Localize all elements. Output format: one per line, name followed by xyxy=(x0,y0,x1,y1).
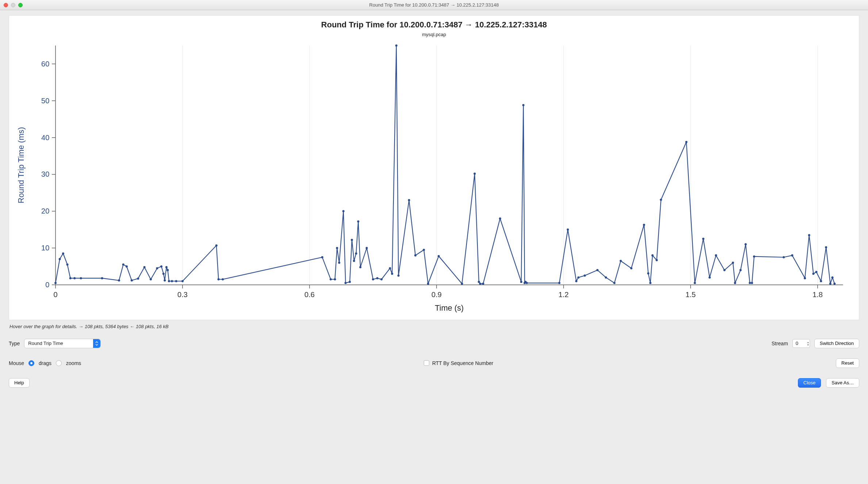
svg-point-88 xyxy=(408,199,410,201)
stepper-icon: ▴▾ xyxy=(807,341,809,346)
svg-point-56 xyxy=(162,273,165,275)
svg-point-61 xyxy=(171,280,173,282)
svg-point-66 xyxy=(222,278,224,280)
svg-text:0: 0 xyxy=(54,291,58,299)
controls-row-1: Type Round Trip Time Stream 0 ▴▾ Switch … xyxy=(9,339,859,348)
mouse-drags-radio[interactable] xyxy=(28,360,34,366)
svg-point-73 xyxy=(345,282,347,284)
reset-button[interactable]: Reset xyxy=(836,358,859,368)
svg-point-127 xyxy=(734,282,736,284)
stream-value: 0 xyxy=(796,341,798,346)
help-button[interactable]: Help xyxy=(9,378,30,388)
content-area: Round Trip Time for 10.200.0.71:3487 → 1… xyxy=(0,10,868,484)
svg-point-63 xyxy=(181,280,184,282)
svg-point-64 xyxy=(215,244,218,246)
svg-point-50 xyxy=(131,279,133,281)
svg-text:20: 20 xyxy=(41,207,49,215)
close-button[interactable]: Close xyxy=(798,378,821,388)
svg-point-120 xyxy=(685,141,687,143)
svg-point-94 xyxy=(473,173,476,175)
svg-text:0.6: 0.6 xyxy=(304,291,315,299)
svg-point-74 xyxy=(349,281,351,283)
mouse-zooms-label: zooms xyxy=(66,360,81,366)
svg-point-126 xyxy=(732,262,734,264)
type-label: Type xyxy=(9,341,20,346)
svg-point-109 xyxy=(596,269,599,271)
svg-point-67 xyxy=(321,256,323,258)
svg-point-68 xyxy=(330,278,332,280)
svg-point-125 xyxy=(723,269,726,271)
svg-point-89 xyxy=(414,254,416,257)
svg-point-138 xyxy=(815,271,817,273)
svg-point-117 xyxy=(652,254,654,257)
svg-text:Round Trip Time (ms): Round Trip Time (ms) xyxy=(16,127,26,203)
svg-point-78 xyxy=(357,220,359,223)
svg-point-137 xyxy=(812,273,814,275)
svg-point-110 xyxy=(605,276,607,279)
svg-point-69 xyxy=(334,278,336,280)
svg-point-92 xyxy=(438,255,440,257)
svg-text:1.2: 1.2 xyxy=(558,291,569,299)
svg-point-135 xyxy=(804,277,806,279)
save-as-button[interactable]: Save As… xyxy=(826,378,859,388)
svg-point-82 xyxy=(376,277,379,279)
chart-panel: Round Trip Time for 10.200.0.71:3487 → 1… xyxy=(9,15,859,320)
svg-point-113 xyxy=(630,267,633,269)
svg-point-83 xyxy=(380,278,383,280)
stream-stepper[interactable]: 0 ▴▾ xyxy=(792,339,810,348)
svg-point-99 xyxy=(520,281,522,283)
svg-point-43 xyxy=(69,277,72,279)
svg-text:50: 50 xyxy=(41,97,49,105)
svg-point-128 xyxy=(740,269,742,271)
svg-point-58 xyxy=(165,266,168,268)
type-select-value: Round Trip Time xyxy=(28,341,63,346)
minimize-icon[interactable] xyxy=(11,3,15,7)
svg-point-71 xyxy=(338,262,340,264)
zoom-icon[interactable] xyxy=(18,3,23,7)
svg-point-130 xyxy=(749,282,751,284)
svg-text:0.9: 0.9 xyxy=(431,291,442,299)
svg-point-143 xyxy=(833,283,836,285)
svg-point-72 xyxy=(342,210,345,212)
svg-point-47 xyxy=(118,279,120,281)
svg-point-97 xyxy=(482,283,484,285)
svg-text:1.5: 1.5 xyxy=(685,291,696,299)
svg-text:0.3: 0.3 xyxy=(177,291,188,299)
svg-point-86 xyxy=(395,45,397,47)
svg-point-105 xyxy=(567,228,569,231)
svg-point-96 xyxy=(479,283,481,285)
svg-point-85 xyxy=(391,273,393,275)
svg-point-39 xyxy=(54,282,57,284)
rtt-seq-checkbox[interactable] xyxy=(424,360,429,366)
svg-text:30: 30 xyxy=(41,170,49,178)
svg-point-100 xyxy=(522,104,525,106)
svg-point-98 xyxy=(499,218,501,220)
svg-point-140 xyxy=(825,246,827,248)
svg-point-119 xyxy=(660,199,662,201)
svg-point-40 xyxy=(59,258,61,260)
svg-point-107 xyxy=(577,276,580,279)
window-title: Round Trip Time for 10.200.0.71:3487 → 1… xyxy=(0,2,868,8)
switch-direction-button[interactable]: Switch Direction xyxy=(814,339,859,348)
footer-row: Help Close Save As… xyxy=(9,378,859,388)
svg-point-121 xyxy=(694,282,696,284)
titlebar[interactable]: Round Trip Time for 10.200.0.71:3487 → 1… xyxy=(0,0,868,10)
svg-point-49 xyxy=(126,265,128,268)
svg-point-108 xyxy=(584,274,586,277)
svg-point-133 xyxy=(783,256,785,258)
mouse-zooms-radio[interactable] xyxy=(56,360,62,366)
svg-point-84 xyxy=(389,267,391,269)
svg-point-106 xyxy=(575,280,577,282)
close-icon[interactable] xyxy=(4,3,8,7)
svg-point-129 xyxy=(745,243,747,245)
chart-area[interactable]: 010203040506000.30.60.91.21.51.8Time (s)… xyxy=(13,39,855,315)
svg-point-87 xyxy=(397,274,400,277)
svg-text:40: 40 xyxy=(41,134,49,142)
svg-point-131 xyxy=(751,282,753,284)
type-select[interactable]: Round Trip Time xyxy=(24,339,101,348)
mouse-drags-label: drags xyxy=(39,360,51,366)
svg-point-80 xyxy=(366,247,368,249)
svg-point-51 xyxy=(137,277,139,280)
svg-point-59 xyxy=(166,269,169,271)
controls-row-2: Mouse drags zooms RTT By Sequence Number… xyxy=(9,358,859,368)
